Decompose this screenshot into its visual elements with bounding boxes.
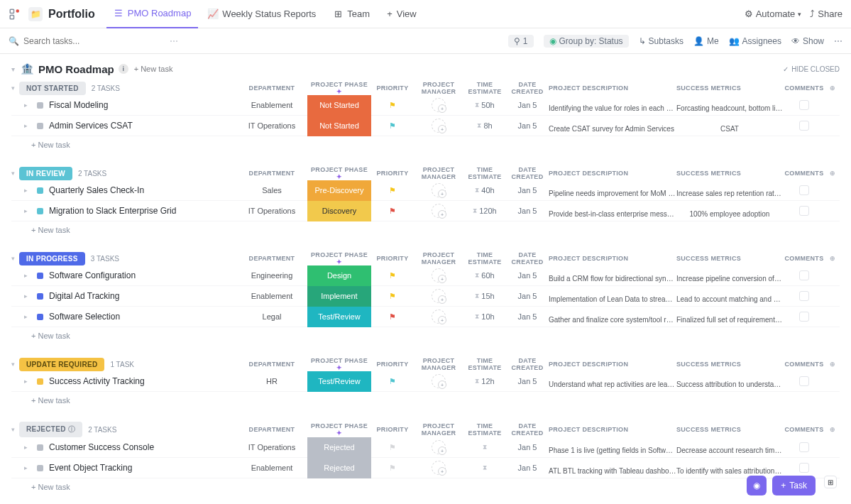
cell-department[interactable]: HR <box>236 377 307 385</box>
add-column-button[interactable]: ⊕ <box>825 84 840 92</box>
chevron-right-icon[interactable]: ▸ <box>24 122 31 129</box>
flag-icon[interactable]: ⚑ <box>389 464 396 473</box>
cell-comments[interactable] <box>783 121 825 131</box>
task-name[interactable]: Customer Success Console <box>49 442 154 452</box>
info-icon[interactable]: i <box>119 64 128 74</box>
status-square-icon[interactable] <box>37 293 43 300</box>
cell-department[interactable]: IT Operations <box>236 207 307 215</box>
cell-comments[interactable] <box>783 463 825 473</box>
task-name[interactable]: Software Selection <box>49 312 120 322</box>
task-name[interactable]: Success Activity Tracking <box>49 376 145 386</box>
comment-icon[interactable] <box>799 206 809 216</box>
col-pm[interactable]: PROJECT MANAGER <box>414 357 463 371</box>
comment-icon[interactable] <box>799 463 809 473</box>
col-priority[interactable]: PRIORITY <box>371 255 414 262</box>
chevron-right-icon[interactable]: ▸ <box>24 272 31 279</box>
status-badge[interactable]: REJECTED ⓘ <box>19 422 82 437</box>
status-badge[interactable]: NOT STARTED <box>19 82 86 95</box>
cell-pm[interactable] <box>414 98 463 112</box>
chevron-right-icon[interactable]: ▸ <box>24 464 31 471</box>
status-badge[interactable]: UPDATE REQUIRED <box>19 358 104 371</box>
chevron-right-icon[interactable]: ▸ <box>24 187 31 194</box>
status-square-icon[interactable] <box>37 273 43 279</box>
col-estimate[interactable]: TIME ESTIMATE <box>463 251 506 265</box>
cell-pm[interactable] <box>414 268 463 283</box>
cell-department[interactable]: Enablement <box>236 101 307 109</box>
cell-department[interactable]: Enablement <box>236 292 307 300</box>
cell-comments[interactable] <box>783 442 825 452</box>
avatar-placeholder-icon[interactable] <box>432 98 446 112</box>
cell-estimate[interactable]: ⧗15h <box>463 292 506 300</box>
status-square-icon[interactable] <box>37 465 43 471</box>
col-priority[interactable]: PRIORITY <box>371 361 414 368</box>
col-phase[interactable]: PROJECT PHASE ✦ <box>307 166 371 180</box>
flag-icon[interactable]: ⚑ <box>389 121 396 131</box>
col-comments[interactable]: COMMENTS <box>783 170 825 177</box>
cell-priority[interactable]: ⚑ <box>371 292 414 301</box>
comment-icon[interactable] <box>799 442 809 452</box>
chevron-right-icon[interactable]: ▸ <box>24 378 31 385</box>
flag-icon[interactable]: ⚑ <box>389 292 396 301</box>
avatar-placeholder-icon[interactable] <box>432 309 446 324</box>
cell-comments[interactable] <box>783 376 825 386</box>
cell-pm[interactable] <box>414 374 463 388</box>
comment-icon[interactable] <box>799 121 809 131</box>
col-phase[interactable]: PROJECT PHASE ✦ <box>307 422 371 437</box>
col-estimate[interactable]: TIME ESTIMATE <box>463 166 506 180</box>
col-priority[interactable]: PRIORITY <box>371 426 414 433</box>
chevron-down-icon[interactable]: ▾ <box>11 170 15 177</box>
col-estimate[interactable]: TIME ESTIMATE <box>463 357 506 371</box>
add-column-button[interactable]: ⊕ <box>825 170 840 177</box>
status-square-icon[interactable] <box>37 444 43 451</box>
col-metrics[interactable]: SUCCESS METRICS <box>676 426 783 433</box>
comment-icon[interactable] <box>799 185 809 195</box>
col-description[interactable]: PROJECT DESCRIPTION <box>549 170 676 177</box>
avatar-placeholder-icon[interactable] <box>432 119 446 133</box>
avatar-placeholder-icon[interactable] <box>432 461 446 475</box>
cell-estimate[interactable]: ⧗60h <box>463 271 506 280</box>
flag-icon[interactable]: ⚑ <box>389 312 396 322</box>
cell-comments[interactable] <box>783 312 825 322</box>
comment-icon[interactable] <box>799 100 809 110</box>
cell-department[interactable]: IT Operations <box>236 121 307 130</box>
cell-priority[interactable]: ⚑ <box>371 377 414 386</box>
cell-phase[interactable]: Not Started <box>307 116 371 136</box>
task-row[interactable]: ▸ Event Object Tracking Enablement Rejec… <box>11 458 840 478</box>
cell-priority[interactable]: ⚑ <box>371 464 414 473</box>
add-task-row[interactable]: + New task <box>11 478 840 495</box>
add-column-button[interactable]: ⊕ <box>825 255 840 262</box>
cell-department[interactable]: Sales <box>236 186 307 195</box>
cell-comments[interactable] <box>783 100 825 110</box>
add-task-row[interactable]: + New task <box>11 136 840 153</box>
add-column-button[interactable]: ⊕ <box>825 361 840 368</box>
status-square-icon[interactable] <box>37 208 43 214</box>
cell-priority[interactable]: ⚑ <box>371 186 414 195</box>
chevron-down-icon[interactable]: ▾ <box>11 84 15 92</box>
task-row[interactable]: ▸ Software Configuration Engineering Des… <box>11 265 840 286</box>
chevron-down-icon[interactable]: ▾ <box>11 65 15 73</box>
cell-estimate[interactable]: ⧗ <box>463 464 506 472</box>
more-icon[interactable]: ⋯ <box>170 36 178 46</box>
col-comments[interactable]: COMMENTS <box>783 361 825 368</box>
col-estimate[interactable]: TIME ESTIMATE <box>463 81 506 95</box>
cell-priority[interactable]: ⚑ <box>371 271 414 280</box>
cell-estimate[interactable]: ⧗10h <box>463 312 506 321</box>
task-row[interactable]: ▸ Digital Ad Tracking Enablement Impleme… <box>11 286 840 307</box>
chevron-right-icon[interactable]: ▸ <box>24 313 31 320</box>
me-button[interactable]: 👤 Me <box>693 36 719 46</box>
tab-weekly-status[interactable]: 📈 Weekly Status Reports <box>201 0 323 28</box>
col-priority[interactable]: PRIORITY <box>371 84 414 92</box>
col-metrics[interactable]: SUCCESS METRICS <box>676 170 783 177</box>
col-phase[interactable]: PROJECT PHASE ✦ <box>307 251 371 265</box>
hourglass-icon[interactable]: ⧗ <box>483 444 487 451</box>
cell-comments[interactable] <box>783 206 825 216</box>
col-date[interactable]: DATE CREATED <box>506 357 549 371</box>
cell-estimate[interactable]: ⧗50h <box>463 101 506 109</box>
col-metrics[interactable]: SUCCESS METRICS <box>676 255 783 262</box>
cell-pm[interactable] <box>414 204 463 218</box>
more-icon[interactable]: ⋯ <box>834 36 842 46</box>
col-pm[interactable]: PROJECT MANAGER <box>414 251 463 265</box>
cell-pm[interactable] <box>414 119 463 133</box>
flag-icon[interactable]: ⚑ <box>389 101 396 110</box>
comment-icon[interactable] <box>799 312 809 322</box>
